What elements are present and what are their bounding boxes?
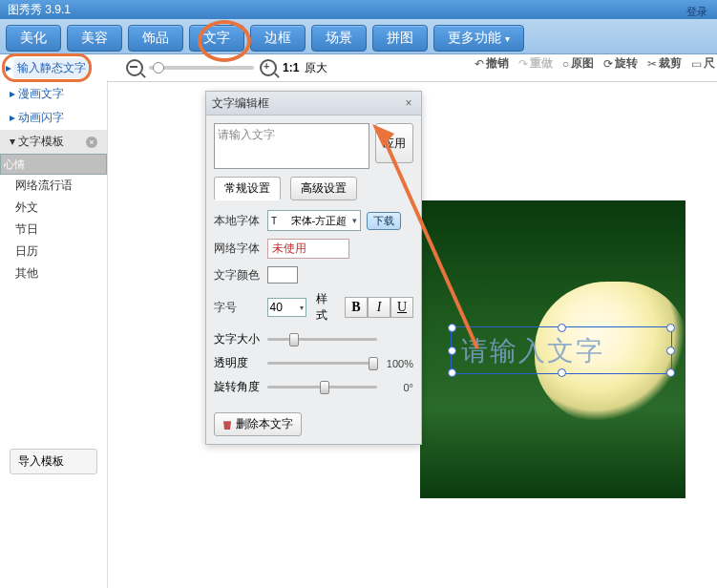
dialog-titlebar[interactable]: 文字编辑框 × <box>206 92 421 116</box>
text-input[interactable]: 请输入文字 <box>214 123 369 169</box>
rotation-slider[interactable] <box>267 386 377 388</box>
sidebar-item-netslang[interactable]: 网络流行语 <box>0 175 107 197</box>
app-title: 图秀秀 3.9.1 <box>8 3 71 16</box>
bold-button[interactable]: B <box>345 297 368 318</box>
handle-mr[interactable] <box>666 346 675 355</box>
opacity-label: 透明度 <box>214 355 262 371</box>
local-font-label: 本地字体 <box>214 213 262 229</box>
import-template-button[interactable]: 导入模板 <box>10 449 97 474</box>
sidebar-item-mood[interactable]: 心情 <box>0 154 107 175</box>
canvas-area: 请输入文字 文字编辑框 × 请输入文字 应用 常规设置 高级设置 本地字体 T … <box>115 86 717 588</box>
zoom-slider[interactable] <box>149 66 254 70</box>
close-icon[interactable]: × <box>86 136 97 148</box>
local-font-select[interactable]: T 宋体-方正超 <box>267 210 361 231</box>
font-size-label: 字号 <box>214 300 262 316</box>
tab-text[interactable]: 文字 <box>189 25 244 52</box>
zoom-out-icon[interactable] <box>126 59 143 76</box>
opacity-value: 100% <box>383 358 413 369</box>
left-sidebar: ▸ 漫画文字 ▸ 动画闪字 ▾ 文字模板 × 心情 网络流行语 外文 节日 日历… <box>0 80 108 588</box>
font-size-select[interactable]: 40 <box>267 298 307 317</box>
handle-tm[interactable] <box>558 324 566 332</box>
apply-button[interactable]: 应用 <box>375 123 413 163</box>
download-font-button[interactable]: 下载 <box>367 212 401 230</box>
redo-button: ↷重做 <box>518 55 553 72</box>
ruler-button[interactable]: ▭尺 <box>691 55 715 72</box>
handle-bm[interactable] <box>558 368 566 377</box>
handle-bl[interactable] <box>448 368 456 377</box>
crop-button[interactable]: ✂裁剪 <box>647 55 682 72</box>
net-font-label: 网络字体 <box>214 241 262 257</box>
net-font-value[interactable]: 未使用 <box>267 239 349 259</box>
text-size-slider[interactable] <box>267 338 377 341</box>
undo-button[interactable]: ↶撤销 <box>474 55 509 72</box>
handle-tl[interactable] <box>448 324 456 332</box>
rotation-value: 0° <box>383 382 413 393</box>
underline-button[interactable]: U <box>390 297 413 318</box>
sidebar-template-header[interactable]: ▾ 文字模板 × <box>0 130 107 154</box>
dialog-tab-basic[interactable]: 常规设置 <box>214 177 281 200</box>
rotation-label: 旋转角度 <box>214 379 262 395</box>
text-edit-dialog: 文字编辑框 × 请输入文字 应用 常规设置 高级设置 本地字体 T 宋体-方正超… <box>205 91 422 445</box>
zoom-ratio[interactable]: 1:1 <box>283 61 299 74</box>
dialog-title: 文字编辑框 <box>212 95 269 112</box>
sidebar-comic-text[interactable]: ▸ 漫画文字 <box>0 82 107 106</box>
handle-ml[interactable] <box>448 346 456 355</box>
dialog-close-icon[interactable]: × <box>402 96 415 110</box>
rotate-button[interactable]: ⟳旋转 <box>603 55 638 72</box>
style-label: 样式 <box>316 291 339 324</box>
sidebar-item-calendar[interactable]: 日历 <box>0 241 107 262</box>
zoom-origsize[interactable]: 原大 <box>305 60 327 76</box>
tab-decorate[interactable]: 饰品 <box>128 25 183 52</box>
text-selection-box[interactable]: 请输入文字 <box>451 326 672 374</box>
tab-beautify[interactable]: 美化 <box>6 25 61 52</box>
italic-button[interactable]: I <box>368 297 390 318</box>
delete-text-button[interactable]: 删除本文字 <box>214 412 302 436</box>
orig-button[interactable]: ○原图 <box>562 55 594 72</box>
tab-cosmetic[interactable]: 美容 <box>67 25 122 52</box>
sidebar-item-other[interactable]: 其他 <box>0 262 107 284</box>
sidebar-item-holiday[interactable]: 节日 <box>0 219 107 241</box>
sidebar-item-foreign[interactable]: 外文 <box>0 197 107 219</box>
zoom-controls: 1:1 原大 <box>126 59 327 76</box>
text-size-label: 文字大小 <box>214 331 262 347</box>
tab-more[interactable]: 更多功能 <box>433 25 524 52</box>
main-tabs: 美化 美容 饰品 文字 边框 场景 拼图 更多功能 <box>0 19 717 54</box>
dialog-tab-advanced[interactable]: 高级设置 <box>290 177 357 200</box>
tab-scene[interactable]: 场景 <box>311 25 367 52</box>
text-color-label: 文字颜色 <box>214 267 262 284</box>
handle-tr[interactable] <box>666 324 675 332</box>
zoom-in-icon[interactable] <box>260 59 277 76</box>
tab-frame[interactable]: 边框 <box>250 25 306 52</box>
right-ops: ↶撤销 ↷重做 ○原图 ⟳旋转 ✂裁剪 ▭尺 <box>474 55 715 72</box>
title-bar: 图秀秀 3.9.1 登录 <box>0 0 717 19</box>
sidebar-anim-text[interactable]: ▸ 动画闪字 <box>0 106 107 130</box>
handle-br[interactable] <box>666 368 675 377</box>
caret-icon: ▸ <box>6 61 11 74</box>
opacity-slider[interactable] <box>267 362 377 365</box>
trash-icon <box>222 419 232 430</box>
tab-collage[interactable]: 拼图 <box>372 25 428 52</box>
login-link[interactable]: 登录 <box>686 2 707 21</box>
color-swatch[interactable] <box>267 266 298 284</box>
sub-static-text[interactable]: 输入静态文字 <box>13 58 90 78</box>
